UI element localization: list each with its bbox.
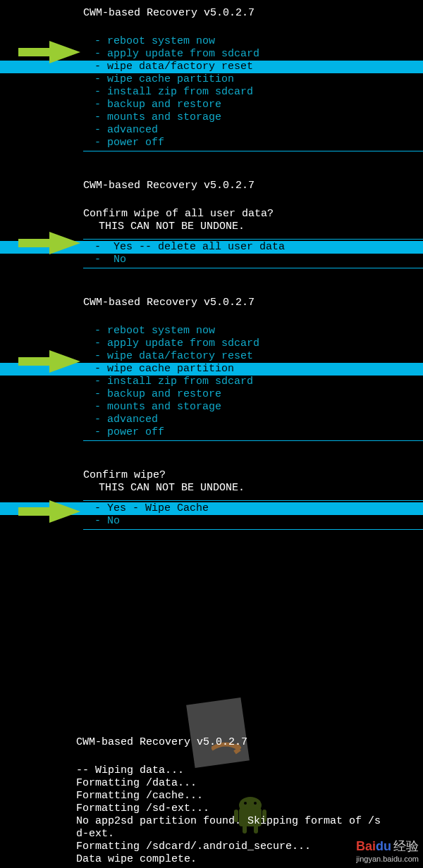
baidu-url: jingyan.baidu.com: [356, 855, 419, 864]
recovery-screen-1: CWM-based Recovery v5.0.2.7 - reboot sys…: [0, 0, 423, 151]
divider: [83, 239, 423, 240]
svg-marker-2: [18, 350, 80, 373]
baidu-watermark: Baidu 经验 jingyan.baidu.com: [356, 839, 419, 864]
menu-item-backup[interactable]: - backup and restore: [0, 99, 423, 111]
confirm-no[interactable]: - No: [0, 254, 423, 266]
menu-item-backup[interactable]: - backup and restore: [0, 388, 423, 401]
menu-item-mounts[interactable]: - mounts and storage: [0, 401, 423, 414]
menu-item-mounts[interactable]: - mounts and storage: [0, 111, 423, 124]
arrow-indicator-icon: [18, 350, 80, 373]
menu-item-power-off[interactable]: - power off: [0, 137, 423, 149]
menu-item-apply-update[interactable]: - apply update from sdcard: [0, 337, 423, 350]
recovery-screen-4: Confirm wipe? THIS CAN NOT BE UNDONE. - …: [0, 469, 423, 530]
divider: [83, 529, 423, 530]
svg-marker-0: [18, 41, 80, 63]
log-line: Formatting /cache...: [0, 790, 423, 802]
recovery-title: CWM-based Recovery v5.0.2.7: [0, 297, 423, 309]
recovery-screen-3: CWM-based Recovery v5.0.2.7 - reboot sys…: [0, 297, 423, 441]
recovery-title: CWM-based Recovery v5.0.2.7: [0, 736, 423, 749]
recovery-title: CWM-based Recovery v5.0.2.7: [0, 180, 423, 192]
menu-item-reboot[interactable]: - reboot system now: [0, 325, 423, 337]
menu-item-install-zip[interactable]: - install zip from sdcard: [0, 86, 423, 99]
log-line: -- Wiping data...: [0, 764, 423, 777]
menu-item-install-zip[interactable]: - install zip from sdcard: [0, 376, 423, 388]
arrow-indicator-icon: [18, 41, 80, 63]
recovery-screen-2: CWM-based Recovery v5.0.2.7 Confirm wipe…: [0, 180, 423, 268]
divider: [83, 500, 423, 501]
arrow-indicator-icon: [18, 232, 80, 254]
menu-item-advanced[interactable]: - advanced: [0, 124, 423, 137]
menu-item-power-off[interactable]: - power off: [0, 426, 423, 439]
divider: [83, 151, 423, 151]
log-line: Formatting /data...: [0, 777, 423, 790]
log-line: Formatting /sd-ext...: [0, 802, 423, 815]
log-line: No app2sd partition found. Skipping form…: [0, 815, 423, 828]
recovery-title: CWM-based Recovery v5.0.2.7: [0, 7, 423, 20]
svg-marker-3: [18, 500, 80, 523]
menu-item-advanced[interactable]: - advanced: [0, 414, 423, 426]
confirm-warning: THIS CAN NOT BE UNDONE.: [0, 482, 423, 495]
arrow-indicator-icon: [18, 500, 80, 523]
divider: [83, 268, 423, 268]
svg-marker-1: [18, 232, 80, 254]
confirm-prompt: Confirm wipe?: [0, 469, 423, 482]
divider: [83, 440, 423, 441]
menu-item-wipe-cache[interactable]: - wipe cache partition: [0, 73, 423, 86]
confirm-prompt: Confirm wipe of all user data?: [0, 208, 423, 221]
